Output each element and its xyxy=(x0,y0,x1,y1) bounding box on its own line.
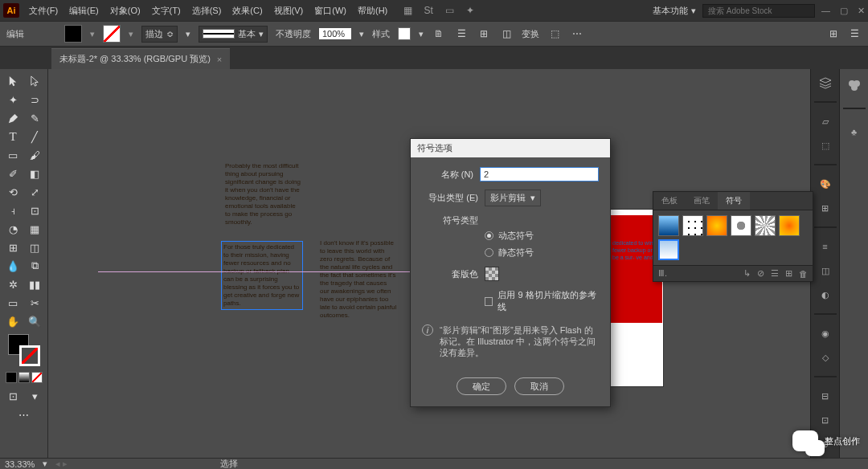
stroke-panel-icon[interactable]: ≡ xyxy=(814,238,837,255)
screen-mode[interactable]: ⊡ xyxy=(2,387,23,405)
static-symbol-radio[interactable]: 静态符号 xyxy=(485,247,599,259)
text-frame-2-selected[interactable]: For those truly dedicated to their missi… xyxy=(221,241,303,310)
close-icon[interactable]: ✕ xyxy=(858,6,865,16)
place-symbol-icon[interactable]: ↳ xyxy=(743,268,751,279)
stroke-swatch[interactable] xyxy=(103,25,121,43)
ok-button[interactable]: 确定 xyxy=(457,377,506,395)
menu-file[interactable]: 文件(F) xyxy=(24,2,63,19)
fill-swatch[interactable] xyxy=(64,25,82,43)
panel-toggle-icon[interactable]: ☰ xyxy=(847,27,862,41)
minimize-icon[interactable]: — xyxy=(821,6,830,16)
width-tool[interactable]: ⫞ xyxy=(2,202,23,219)
export-type-dropdown[interactable]: 影片剪辑▾ xyxy=(485,190,541,206)
text-frame-3[interactable]: I don't know if it's possible to leave t… xyxy=(318,238,399,321)
edit-toolbar[interactable]: ⋯ xyxy=(14,406,35,423)
menu-object[interactable]: 对象(O) xyxy=(105,2,145,19)
gradient-panel-icon[interactable]: ◫ xyxy=(814,262,837,279)
mesh-tool[interactable]: ⊞ xyxy=(2,239,23,256)
menu-edit[interactable]: 编辑(E) xyxy=(64,2,104,19)
type-tool[interactable]: T xyxy=(2,128,23,145)
symbol-thumb[interactable] xyxy=(682,215,703,236)
transform-label[interactable]: 变换 xyxy=(522,28,539,40)
layers-icon[interactable] xyxy=(814,74,837,92)
shaper-tool[interactable]: ✐ xyxy=(2,165,23,182)
gradient-mode[interactable] xyxy=(18,372,30,383)
style-swatch[interactable] xyxy=(398,27,411,40)
blend-tool[interactable]: ⧉ xyxy=(24,257,45,275)
align-panel-icon[interactable]: ⊟ xyxy=(814,387,837,405)
symbol-options-icon[interactable]: ☰ xyxy=(771,268,779,279)
document-tab[interactable]: 未标题-2* @ 33.33% (RGB/GPU 预览) × xyxy=(51,48,230,69)
align-icon[interactable]: ⊞ xyxy=(477,27,491,41)
menu-help[interactable]: 帮助(H) xyxy=(353,2,392,19)
lasso-tool[interactable]: ⊃ xyxy=(24,91,45,108)
arrange-icon[interactable]: ▭ xyxy=(442,3,457,18)
pathfinder-icon[interactable]: ◫ xyxy=(499,27,514,41)
color-panel-icon[interactable]: 🎨 xyxy=(814,175,837,193)
eyedropper-tool[interactable]: 💧 xyxy=(2,257,23,275)
prefs-icon[interactable]: ☰ xyxy=(454,27,469,41)
menu-type[interactable]: 文字(T) xyxy=(147,2,186,19)
perspective-tool[interactable]: ▦ xyxy=(24,220,45,238)
artboard-tool[interactable]: ▭ xyxy=(2,294,23,312)
search-input[interactable] xyxy=(702,4,815,18)
symbol-thumb[interactable] xyxy=(779,215,800,236)
panel-tab-swatches[interactable]: 色板 xyxy=(653,192,686,210)
dynamic-symbol-radio[interactable]: 动态符号 xyxy=(485,230,599,242)
gradient-tool[interactable]: ◫ xyxy=(24,239,45,256)
new-symbol-icon[interactable]: ⊞ xyxy=(785,268,792,279)
scale-tool[interactable]: ⤢ xyxy=(24,183,45,201)
panel-tab-symbols[interactable]: 符号 xyxy=(718,192,750,210)
delete-symbol-icon[interactable]: 🗑 xyxy=(799,269,808,279)
brush-tool[interactable]: 🖌 xyxy=(24,146,45,164)
rotate-tool[interactable]: ⟲ xyxy=(2,183,23,201)
cancel-button[interactable]: 取消 xyxy=(514,377,564,395)
stroke-color[interactable] xyxy=(19,345,40,366)
symbol-thumb[interactable] xyxy=(755,215,776,236)
nine-slice-checkbox[interactable]: 启用 9 格切片缩放的参考线 xyxy=(485,289,599,313)
fill-stroke-control[interactable] xyxy=(8,334,40,366)
menu-select[interactable]: 选择(S) xyxy=(187,2,227,19)
brush-preset[interactable]: 基本▾ xyxy=(199,26,268,43)
hand-tool[interactable]: ✋ xyxy=(2,312,23,330)
bridge-icon[interactable]: ▦ xyxy=(400,3,415,18)
opacity-input[interactable]: 100% xyxy=(319,28,351,39)
maximize-icon[interactable]: ▢ xyxy=(840,6,848,16)
properties-icon[interactable]: ♣ xyxy=(843,120,866,143)
symbol-sprayer-tool[interactable]: ✲ xyxy=(2,275,23,293)
gpu-icon[interactable]: ✦ xyxy=(463,3,477,18)
text-frame-1[interactable]: Probably the most difficult thing about … xyxy=(223,161,304,228)
eraser-tool[interactable]: ◧ xyxy=(24,165,45,182)
pen-tool[interactable] xyxy=(2,109,23,127)
name-input[interactable] xyxy=(480,167,599,181)
workspace-switcher[interactable]: 基本功能▾ xyxy=(653,5,696,17)
zoom-level[interactable]: 33.33% xyxy=(5,459,35,469)
symbol-thumb[interactable] xyxy=(706,215,727,236)
isolate-icon[interactable]: ⬚ xyxy=(547,27,562,41)
registration-grid[interactable] xyxy=(485,267,499,281)
free-transform-tool[interactable]: ⊡ xyxy=(24,202,45,219)
line-tool[interactable]: ╱ xyxy=(24,128,45,145)
asset-export-icon[interactable]: ⬚ xyxy=(814,137,837,154)
graph-tool[interactable]: ▮▮ xyxy=(24,275,45,293)
menu-view[interactable]: 视图(V) xyxy=(269,2,309,19)
break-link-icon[interactable]: ⊘ xyxy=(757,268,764,279)
direct-selection-tool[interactable] xyxy=(24,72,45,90)
shape-builder-tool[interactable]: ◔ xyxy=(2,220,23,238)
libraries-icon[interactable] xyxy=(843,74,866,96)
slice-tool[interactable]: ✂ xyxy=(24,294,45,312)
symbol-thumb-selected[interactable] xyxy=(658,239,679,260)
more-icon[interactable]: ⋯ xyxy=(570,27,584,41)
symbol-thumb[interactable] xyxy=(658,215,679,236)
zoom-tool[interactable]: 🔍 xyxy=(24,312,45,330)
screen-mode-2[interactable]: ▾ xyxy=(24,387,45,405)
menu-effect[interactable]: 效果(C) xyxy=(227,2,267,19)
graphic-styles-panel-icon[interactable]: ◇ xyxy=(814,349,837,366)
menu-window[interactable]: 窗口(W) xyxy=(309,2,351,19)
appearance-panel-icon[interactable]: ◉ xyxy=(814,324,837,342)
symbol-lib-menu[interactable]: Ⅲ. xyxy=(658,268,667,279)
magic-wand-tool[interactable]: ✦ xyxy=(2,91,23,108)
color-mode[interactable] xyxy=(6,372,17,383)
curvature-tool[interactable]: ✎ xyxy=(24,109,45,127)
artboards-icon[interactable]: ▱ xyxy=(814,112,837,130)
